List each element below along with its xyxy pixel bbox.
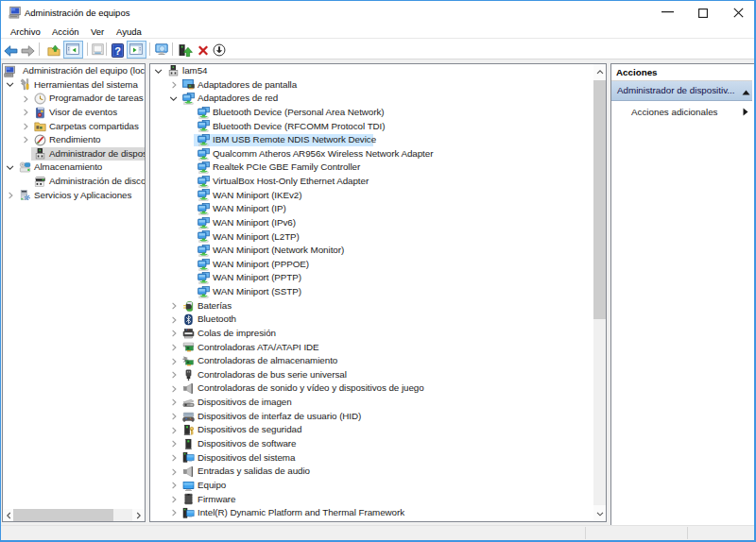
svg-text:?: ? xyxy=(114,44,121,56)
